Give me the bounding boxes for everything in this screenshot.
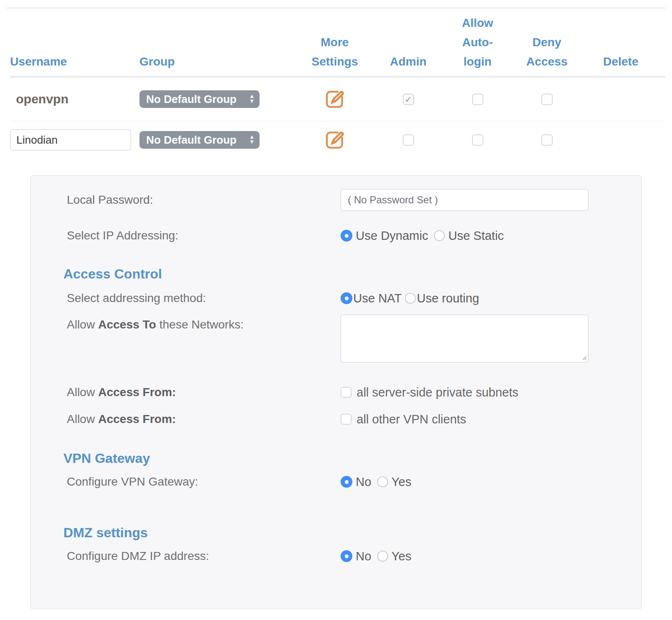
allow-autologin-checkbox[interactable]: ✓	[472, 94, 483, 105]
access-from-subnets-option: ✓ all server-side private subnets	[341, 386, 518, 399]
configure-vpn-gateway-label: Configure VPN Gateway:	[67, 475, 341, 489]
radio-icon	[341, 230, 352, 242]
configure-dmz-label: Configure DMZ IP address:	[67, 549, 341, 563]
access-from-label: Allow Access From:	[67, 412, 341, 426]
group-select-value: No Default Group	[146, 134, 236, 147]
addressing-method-row: Select addressing method: Use NAT Use ro…	[67, 290, 641, 306]
radio-vpn-gateway-no[interactable]: No	[341, 475, 371, 489]
access-from-clients-option: ✓ all other VPN clients	[341, 412, 466, 426]
radio-use-dynamic[interactable]: Use Dynamic	[341, 229, 428, 243]
radio-dmz-yes[interactable]: Yes	[377, 549, 411, 563]
more-settings-edit-button[interactable]	[323, 129, 346, 151]
username-input[interactable]	[10, 129, 131, 150]
column-header-more-settings: More Settings	[299, 33, 370, 71]
allow-autologin-checkbox[interactable]: ✓	[472, 134, 483, 146]
table-header-row: Username Group More Settings Admin Allow…	[10, 8, 665, 77]
access-from-clients-checkbox[interactable]: ✓	[341, 414, 352, 425]
radio-use-nat[interactable]: Use NAT	[341, 292, 402, 305]
group-select-value: No Default Group	[146, 93, 236, 106]
radio-dmz-no[interactable]: No	[341, 549, 371, 563]
addressing-method-label: Select addressing method:	[67, 292, 341, 305]
local-password-label: Local Password:	[67, 193, 341, 207]
group-select[interactable]: No Default Group ▲ ▼	[139, 131, 260, 149]
access-from-subnets-row: Allow Access From: ✓ all server-side pri…	[67, 384, 641, 400]
radio-icon	[434, 230, 445, 241]
select-arrows-icon: ▲ ▼	[249, 135, 255, 145]
admin-checkbox[interactable]: ✓	[403, 94, 414, 105]
radio-icon	[377, 476, 388, 487]
radio-icon	[405, 293, 416, 304]
ip-addressing-row: Select IP Addressing: Use Dynamic Use St…	[67, 228, 641, 244]
access-from-clients-row: Allow Access From: ✓ all other VPN clien…	[67, 411, 641, 427]
configure-vpn-gateway-row: Configure VPN Gateway: No Yes	[67, 474, 641, 490]
column-header-allow-autologin: Allow Auto- login	[446, 13, 509, 71]
radio-icon	[377, 551, 388, 562]
access-from-clients-checkbox-label: all other VPN clients	[357, 412, 466, 426]
column-header-username: Username	[10, 52, 139, 71]
deny-access-checkbox[interactable]: ✓	[541, 134, 553, 146]
edit-pencil-icon	[323, 105, 346, 112]
dmz-radio-group: No Yes	[341, 549, 411, 563]
access-control-heading: Access Control	[63, 266, 641, 282]
table-row: openvpn No Default Group ▲ ▼	[10, 77, 665, 121]
ip-addressing-label: Select IP Addressing:	[67, 229, 341, 242]
radio-use-static[interactable]: Use Static	[434, 229, 504, 243]
radio-use-routing[interactable]: Use routing	[405, 292, 479, 305]
access-from-subnets-checkbox[interactable]: ✓	[341, 387, 352, 398]
column-header-deny-access: Deny Access	[509, 33, 585, 71]
username-text: openvpn	[10, 92, 139, 106]
ip-addressing-radio-group: Use Dynamic Use Static	[341, 229, 504, 243]
user-permissions-table: Username Group More Settings Admin Allow…	[10, 8, 665, 158]
configure-dmz-row: Configure DMZ IP address: No Yes	[67, 548, 641, 564]
access-to-networks-label: Allow Access To these Networks:	[67, 315, 341, 331]
select-arrows-icon: ▲ ▼	[249, 94, 255, 104]
local-password-row: Local Password:	[67, 189, 641, 211]
access-from-label: Allow Access From:	[67, 386, 341, 399]
access-to-networks-textarea[interactable]	[341, 315, 588, 363]
user-settings-panel: Local Password: Select IP Addressing: Us…	[30, 175, 642, 609]
radio-icon	[341, 550, 352, 562]
radio-icon	[341, 292, 352, 304]
admin-checkbox[interactable]: ✓	[403, 134, 414, 146]
access-to-networks-row: Allow Access To these Networks:	[67, 315, 641, 363]
column-header-delete: Delete	[585, 52, 657, 71]
more-settings-edit-button[interactable]	[323, 88, 346, 110]
checkmark-icon: ✓	[404, 95, 412, 104]
radio-icon	[341, 476, 352, 488]
vpn-gateway-radio-group: No Yes	[341, 475, 411, 489]
local-password-input[interactable]	[341, 189, 588, 211]
column-header-admin: Admin	[370, 52, 446, 71]
radio-vpn-gateway-yes[interactable]: Yes	[377, 475, 411, 489]
access-from-subnets-checkbox-label: all server-side private subnets	[357, 386, 518, 399]
deny-access-checkbox[interactable]: ✓	[541, 94, 553, 105]
edit-pencil-icon	[323, 146, 346, 152]
column-header-group: Group	[139, 52, 299, 71]
table-row: No Default Group ▲ ▼	[10, 121, 665, 158]
addressing-method-radio-group: Use NAT Use routing	[341, 292, 479, 305]
dmz-settings-heading: DMZ settings	[63, 525, 641, 541]
group-select[interactable]: No Default Group ▲ ▼	[139, 90, 260, 108]
vpn-gateway-heading: VPN Gateway	[63, 451, 641, 466]
